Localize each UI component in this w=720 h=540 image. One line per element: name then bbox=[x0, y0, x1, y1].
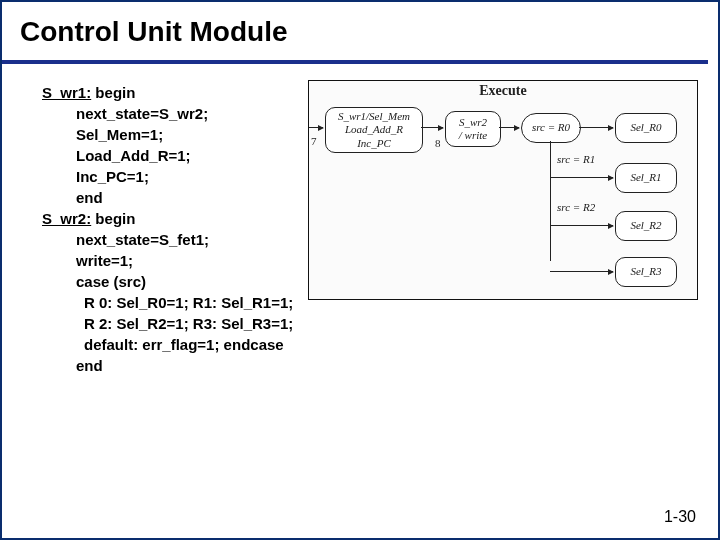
state1-begin: begin bbox=[91, 84, 135, 101]
state1-name: S_wr1: bbox=[42, 84, 91, 101]
line-icon bbox=[550, 205, 551, 225]
arrow-icon bbox=[421, 127, 443, 128]
line-icon bbox=[550, 141, 551, 159]
page-number: 1-30 bbox=[664, 508, 696, 526]
line-icon bbox=[550, 177, 551, 205]
diagram-cond: src = R1 bbox=[557, 153, 595, 165]
arrow-icon bbox=[550, 177, 613, 178]
diagram-label: 7 bbox=[311, 135, 317, 147]
decision-box: src = R0 bbox=[521, 113, 581, 143]
diagram-cond: src = R2 bbox=[557, 201, 595, 213]
output-box-r1: Sel_R1 bbox=[615, 163, 677, 193]
state2-begin: begin bbox=[91, 210, 135, 227]
execute-diagram: Execute 7 S_wr1/Sel_Mem Load_Add_R Inc_P… bbox=[308, 80, 698, 300]
code-case-line: R 2: Sel_R2=1; R3: Sel_R3=1; bbox=[84, 315, 718, 332]
code-case-line: default: err_flag=1; endcase bbox=[84, 336, 718, 353]
output-box-r0: Sel_R0 bbox=[615, 113, 677, 143]
slide-title: Control Unit Module bbox=[2, 2, 708, 64]
diagram-label: 8 bbox=[435, 137, 441, 149]
diagram-title: Execute bbox=[309, 83, 697, 99]
arrow-icon bbox=[579, 127, 613, 128]
arrow-icon bbox=[499, 127, 519, 128]
output-box-r2: Sel_R2 bbox=[615, 211, 677, 241]
state-box-swr2: S_wr2 / write bbox=[445, 111, 501, 147]
arrow-icon bbox=[550, 271, 613, 272]
state2-name: S_wr2: bbox=[42, 210, 91, 227]
line-icon bbox=[550, 225, 551, 261]
state-box-swr1: S_wr1/Sel_Mem Load_Add_R Inc_PC bbox=[325, 107, 423, 153]
code-line: end bbox=[76, 357, 718, 374]
slide-body: S_wr1: begin next_state=S_wr2; Sel_Mem=1… bbox=[2, 64, 718, 374]
slide: Control Unit Module S_wr1: begin next_st… bbox=[0, 0, 720, 540]
line-icon bbox=[550, 159, 551, 177]
arrow-icon bbox=[550, 225, 613, 226]
arrow-icon bbox=[309, 127, 323, 128]
output-box-r3: Sel_R3 bbox=[615, 257, 677, 287]
